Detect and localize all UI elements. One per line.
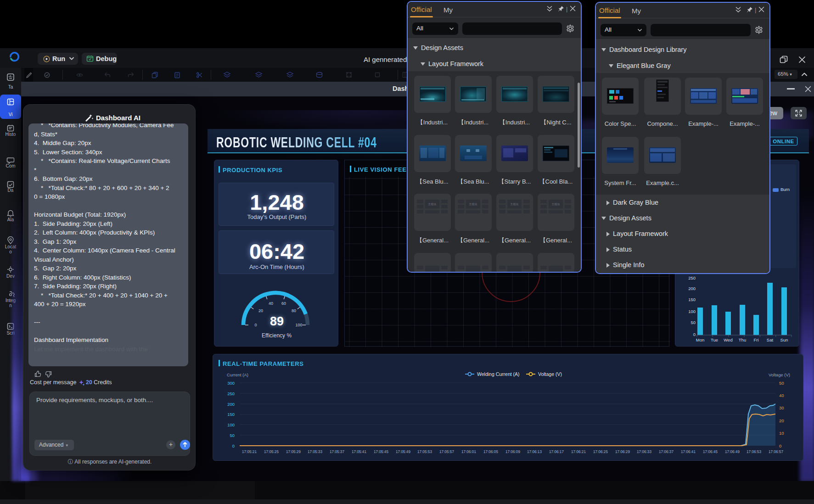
svg-text:17:05:49: 17:05:49 bbox=[396, 450, 410, 454]
svg-text:17:05:57: 17:05:57 bbox=[439, 450, 454, 454]
svg-text:Voltage (V): Voltage (V) bbox=[769, 372, 790, 377]
svg-text:17:06:25: 17:06:25 bbox=[593, 450, 608, 454]
svg-text:17:06:13: 17:06:13 bbox=[527, 450, 542, 454]
svg-text:17:06:33: 17:06:33 bbox=[637, 450, 651, 454]
svg-text:Thu: Thu bbox=[739, 337, 746, 342]
svg-text:17:05:25: 17:05:25 bbox=[264, 450, 279, 454]
svg-text:17:05:53: 17:05:53 bbox=[417, 450, 432, 454]
svg-text:17:06:29: 17:06:29 bbox=[615, 450, 630, 454]
svg-text:17:06:09: 17:06:09 bbox=[505, 450, 520, 454]
svg-text:300: 300 bbox=[227, 381, 235, 386]
svg-text:17:06:49: 17:06:49 bbox=[725, 450, 740, 454]
svg-text:17:06:57: 17:06:57 bbox=[769, 450, 783, 454]
svg-text:Welding Current (A): Welding Current (A) bbox=[477, 371, 520, 377]
svg-text:50: 50 bbox=[779, 381, 784, 386]
svg-text:Fri: Fri bbox=[753, 337, 758, 342]
svg-text:20: 20 bbox=[258, 308, 263, 313]
svg-text:50: 50 bbox=[230, 433, 235, 438]
svg-text:17:05:45: 17:05:45 bbox=[374, 450, 388, 454]
svg-text:89: 89 bbox=[270, 314, 284, 328]
svg-text:17:06:21: 17:06:21 bbox=[571, 450, 586, 454]
svg-text:17:06:53: 17:06:53 bbox=[747, 450, 761, 454]
svg-text:0: 0 bbox=[232, 443, 235, 448]
svg-text:30: 30 bbox=[779, 405, 784, 410]
svg-text:Mon: Mon bbox=[696, 337, 704, 342]
svg-text:17:06:41: 17:06:41 bbox=[681, 450, 696, 454]
svg-text:40: 40 bbox=[269, 301, 273, 306]
svg-text:17:05:37: 17:05:37 bbox=[330, 450, 344, 454]
svg-text:0: 0 bbox=[779, 443, 781, 448]
svg-text:Voltage (V): Voltage (V) bbox=[538, 371, 562, 377]
svg-text:250: 250 bbox=[227, 391, 235, 396]
svg-text:250: 250 bbox=[688, 275, 696, 280]
svg-text:0: 0 bbox=[254, 323, 257, 327]
svg-text:17:05:33: 17:05:33 bbox=[308, 450, 322, 454]
svg-text:150: 150 bbox=[688, 297, 696, 302]
svg-text:80: 80 bbox=[292, 308, 296, 313]
svg-text:17:05:21: 17:05:21 bbox=[242, 450, 257, 454]
svg-text:Sat: Sat bbox=[767, 337, 774, 342]
svg-text:40: 40 bbox=[779, 393, 784, 398]
svg-text:200: 200 bbox=[688, 286, 696, 291]
svg-text:17:06:01: 17:06:01 bbox=[461, 450, 476, 454]
svg-text:10: 10 bbox=[779, 431, 784, 436]
svg-text:17:06:05: 17:06:05 bbox=[483, 450, 498, 454]
svg-text:Sun: Sun bbox=[780, 337, 788, 342]
svg-text:150: 150 bbox=[227, 412, 235, 417]
svg-text:20: 20 bbox=[779, 418, 784, 423]
svg-text:50: 50 bbox=[690, 320, 696, 325]
svg-text:17:05:41: 17:05:41 bbox=[352, 450, 366, 454]
svg-text:0: 0 bbox=[693, 332, 696, 337]
svg-text:17:05:29: 17:05:29 bbox=[286, 450, 301, 454]
svg-text:17:06:17: 17:06:17 bbox=[549, 450, 564, 454]
svg-text:Current (A): Current (A) bbox=[227, 372, 248, 377]
svg-text:17:06:45: 17:06:45 bbox=[703, 450, 718, 454]
svg-text:17:06:37: 17:06:37 bbox=[659, 450, 674, 454]
svg-text:60: 60 bbox=[281, 301, 286, 306]
svg-text:Wed: Wed bbox=[724, 337, 732, 342]
svg-text:100: 100 bbox=[295, 323, 302, 327]
svg-text:100: 100 bbox=[227, 422, 235, 427]
svg-text:Tue: Tue bbox=[711, 337, 718, 342]
svg-text:100: 100 bbox=[688, 309, 696, 314]
svg-text:200: 200 bbox=[227, 402, 235, 407]
